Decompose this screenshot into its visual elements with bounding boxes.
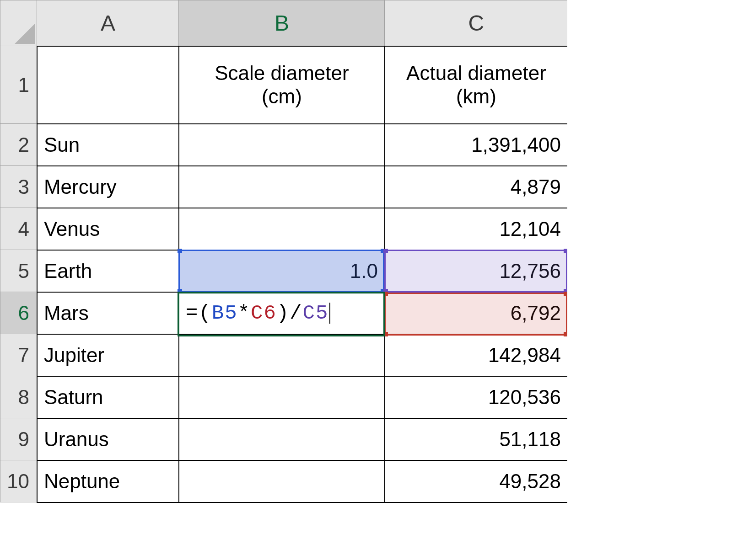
row-header-4[interactable]: 4 (0, 208, 37, 250)
header-B-line2: (cm) (186, 85, 378, 108)
formula-ref-C6: C6 (251, 302, 277, 325)
row-5: 5 Earth 1.0 12,756 (0, 250, 568, 292)
cell-B7[interactable] (179, 334, 385, 376)
cell-A7[interactable]: Jupiter (37, 334, 179, 376)
row-2: 2 Sun 1,391,400 (0, 124, 568, 166)
formula-eq: = (186, 302, 199, 325)
header-C-line2: (km) (392, 85, 561, 108)
header-B-line1: Scale diameter (186, 62, 378, 85)
viewport-right-edge (567, 0, 732, 503)
row-8: 8 Saturn 120,536 (0, 376, 568, 418)
cell-C4[interactable]: 12,104 (385, 208, 568, 250)
header-C-line1: Actual diameter (392, 62, 561, 85)
cell-B10[interactable] (179, 460, 385, 502)
formula-lp: ( (199, 302, 211, 325)
row-header-1[interactable]: 1 (0, 46, 37, 124)
row-10: 10 Neptune 49,528 (0, 460, 568, 502)
col-header-B[interactable]: B (179, 0, 385, 46)
cell-C3[interactable]: 4,879 (385, 166, 568, 208)
cell-B3[interactable] (179, 166, 385, 208)
row-9: 9 Uranus 51,118 (0, 418, 568, 460)
row-header-10[interactable]: 10 (0, 460, 37, 502)
row-header-8[interactable]: 8 (0, 376, 37, 418)
cell-B5[interactable]: 1.0 (179, 250, 385, 292)
select-all-corner[interactable] (0, 0, 37, 46)
row-4: 4 Venus 12,104 (0, 208, 568, 250)
row-6: 6 Mars =(B5*C6)/C5 6,792 (0, 292, 568, 334)
cell-A3[interactable]: Mercury (37, 166, 179, 208)
cell-A2[interactable]: Sun (37, 124, 179, 166)
cell-B1[interactable]: Scale diameter (cm) (179, 46, 385, 124)
row-header-6[interactable]: 6 (0, 292, 37, 334)
cell-B8[interactable] (179, 376, 385, 418)
cell-C2[interactable]: 1,391,400 (385, 124, 568, 166)
cell-A4[interactable]: Venus (37, 208, 179, 250)
row-header-2[interactable]: 2 (0, 124, 37, 166)
cell-C9[interactable]: 51,118 (385, 418, 568, 460)
col-header-A[interactable]: A (37, 0, 179, 46)
cell-C5[interactable]: 12,756 (385, 250, 568, 292)
cell-B4[interactable] (179, 208, 385, 250)
cell-C8[interactable]: 120,536 (385, 376, 568, 418)
cell-A1[interactable] (37, 46, 179, 124)
cell-B9[interactable] (179, 418, 385, 460)
row-1: 1 Scale diameter (cm) Actual diameter (k… (0, 46, 568, 124)
cell-C1[interactable]: Actual diameter (km) (385, 46, 568, 124)
cell-A9[interactable]: Uranus (37, 418, 179, 460)
cell-C7[interactable]: 142,984 (385, 334, 568, 376)
cell-A8[interactable]: Saturn (37, 376, 179, 418)
row-3: 3 Mercury 4,879 (0, 166, 568, 208)
cell-C10[interactable]: 49,528 (385, 460, 568, 502)
formula-slash: / (290, 302, 302, 325)
formula-ref-C5: C5 (303, 302, 329, 325)
cell-B2[interactable] (179, 124, 385, 166)
cell-A10[interactable]: Neptune (37, 460, 179, 502)
formula-rp: ) (277, 302, 290, 325)
column-header-row: A B C (0, 0, 568, 46)
col-header-C[interactable]: C (385, 0, 568, 46)
row-header-7[interactable]: 7 (0, 334, 37, 376)
cell-B6[interactable]: =(B5*C6)/C5 (179, 292, 385, 334)
svg-marker-0 (15, 24, 35, 44)
formula-star: * (238, 302, 251, 325)
grid[interactable]: A B C 1 Scale diameter (cm) Actual diame… (0, 0, 568, 503)
row-header-3[interactable]: 3 (0, 166, 37, 208)
cell-C6[interactable]: 6,792 (385, 292, 568, 334)
spreadsheet[interactable]: A B C 1 Scale diameter (cm) Actual diame… (0, 0, 732, 503)
row-7: 7 Jupiter 142,984 (0, 334, 568, 376)
cell-A6[interactable]: Mars (37, 292, 179, 334)
formula-ref-B5: B5 (212, 302, 238, 325)
row-header-5[interactable]: 5 (0, 250, 37, 292)
cell-A5[interactable]: Earth (37, 250, 179, 292)
select-all-triangle-icon (15, 24, 35, 44)
row-header-9[interactable]: 9 (0, 418, 37, 460)
text-cursor-icon (329, 303, 330, 324)
